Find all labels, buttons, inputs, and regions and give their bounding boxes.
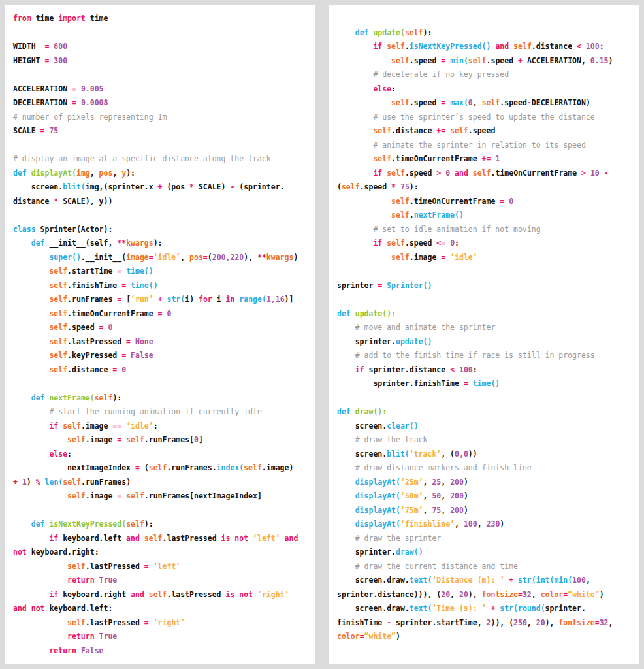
code-token-k: if	[373, 42, 382, 51]
code-token-t: ))	[468, 449, 477, 459]
code-line: else:	[13, 448, 307, 462]
code-token-t: (pos	[163, 182, 190, 191]
code-line: self.lastPressed = ‘left’	[13, 560, 307, 574]
code-token-t	[13, 534, 49, 543]
code-line: self.image = self.runFrames[0]	[13, 433, 307, 448]
code-token-t	[27, 169, 31, 178]
code-token-f: def	[31, 519, 45, 529]
code-token-c: # set to idle animation if not moving	[373, 225, 540, 234]
code-token-k: if	[373, 169, 382, 178]
code-token-t: .speed	[468, 126, 496, 135]
code-token-t: )), (	[491, 618, 513, 627]
code-token-t: .lastPressed	[67, 337, 126, 346]
code-token-t	[337, 238, 373, 248]
code-line: sprinter.finishTime = time()	[337, 377, 631, 391]
code-token-k: if	[49, 421, 58, 431]
code-token-g: update():	[355, 309, 396, 318]
code-token-n: 800	[54, 42, 67, 51]
code-token-n: 75	[49, 126, 58, 135]
code-token-t: img,(sprinter.x	[86, 182, 158, 191]
code-token-t	[18, 478, 22, 487]
code-token-t: .speed	[410, 98, 441, 107]
code-token-f: str(	[500, 604, 518, 613]
code-token-t	[13, 491, 67, 500]
code-column-left: from time import time WIDTH = 800HEIGHT …	[13, 12, 307, 658]
code-line: (self.speed * 75):	[337, 180, 631, 195]
code-token-o: kwargs	[266, 253, 294, 262]
code-token-c: # draw the sprinter	[355, 534, 442, 543]
code-token-t: ,	[532, 590, 541, 599]
code-token-t	[76, 84, 81, 93]
code-token-t: ,	[180, 253, 189, 262]
code-token-k: *	[189, 182, 194, 191]
code-token-o: self	[126, 519, 144, 529]
code-token-k: =	[595, 618, 600, 627]
code-token-t: sprinter.	[337, 337, 396, 346]
code-token-o: pos	[99, 169, 113, 178]
code-token-t: sprinter.	[545, 604, 586, 613]
code-token-t: ),	[244, 253, 257, 262]
code-token-t	[13, 238, 31, 248]
code-line: # set to idle animation if not moving	[337, 223, 631, 237]
code-token-t: .speed	[405, 238, 436, 248]
code-line: distance * SCALE), y))	[13, 195, 307, 209]
code-line: self.image = self.runFrames[nextImageInd…	[13, 489, 307, 504]
code-token-n: 200	[450, 491, 464, 500]
code-token-t: .speed	[410, 56, 441, 65]
code-token-o: self	[126, 491, 144, 500]
code-token-t: DECELERATION)	[532, 98, 590, 107]
code-token-t: .runFrames.	[167, 463, 216, 472]
code-token-f: index(	[217, 463, 244, 472]
code-line: self.finishTime = time()	[13, 279, 307, 293]
code-token-n: 32	[523, 590, 532, 599]
code-token-o: self	[126, 435, 144, 444]
code-token-t	[337, 506, 355, 515]
code-token-f: isNextKeyPressed()	[410, 42, 491, 51]
code-token-t	[149, 618, 153, 627]
code-token-o: self	[49, 323, 67, 332]
code-token-k: else	[373, 84, 391, 93]
code-token-t: .startTime	[67, 267, 117, 276]
code-token-t: keyboard.right	[58, 590, 131, 599]
code-token-t: .timeOnCurrentFrame	[391, 154, 481, 163]
code-token-t	[13, 365, 49, 374]
code-token-s: ‘left’	[153, 562, 181, 571]
code-token-n: 0.005	[81, 84, 104, 93]
code-token-o: self	[49, 295, 67, 304]
code-line: def nextFrame(self):	[13, 391, 307, 406]
code-token-o: self	[450, 126, 468, 135]
code-line: displayAt(‘finishline’, 100, 230)	[337, 517, 631, 532]
code-token-t: (	[337, 182, 342, 191]
code-token-o: self	[149, 463, 167, 472]
code-token-k: if	[373, 238, 382, 248]
code-line: # draw the sprinter	[337, 532, 631, 546]
code-line: color=“white”)	[337, 630, 631, 644]
code-line	[13, 504, 307, 518]
code-token-f: max(	[450, 98, 468, 107]
code-token-t: SCALE	[13, 126, 40, 135]
code-token-t	[131, 337, 135, 346]
code-token-o: self	[63, 421, 81, 431]
code-token-n: 75	[400, 182, 410, 191]
code-token-n: 10	[590, 169, 600, 178]
code-line: not keyboard.right:	[13, 546, 307, 560]
code-token-t	[337, 491, 355, 500]
code-token-o: self	[49, 267, 67, 276]
code-token-g: update(	[373, 28, 404, 37]
code-token-n: 100	[572, 576, 586, 585]
code-token-t: DECELERATION	[13, 98, 72, 107]
code-token-f: update()	[396, 337, 432, 346]
code-line: screen.clear()	[337, 419, 631, 434]
code-token-t: ,	[423, 491, 432, 500]
code-token-t	[140, 534, 144, 543]
code-line: self.distance += self.speed	[337, 124, 631, 139]
code-token-t	[95, 576, 99, 585]
code-token-t: ,	[477, 519, 487, 529]
code-token-o: self	[387, 169, 405, 178]
code-panel-right: def update(self): if self.isNextKeyPress…	[329, 5, 639, 664]
code-token-t	[468, 379, 473, 388]
code-panel-left: from time import time WIDTH = 800HEIGHT …	[5, 5, 315, 664]
code-token-o: color	[541, 590, 564, 599]
code-token-o: pos	[189, 253, 203, 262]
code-token-t	[280, 534, 285, 543]
